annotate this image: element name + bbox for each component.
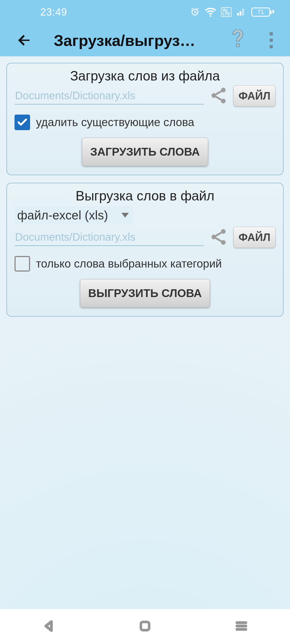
load-file-button[interactable]: ФАЙЛ	[233, 85, 276, 107]
charging-icon	[271, 8, 277, 17]
nav-home-button[interactable]	[139, 620, 151, 633]
more-vert-icon	[269, 32, 273, 48]
file-format-dropdown[interactable]: файл-excel (xls)	[15, 206, 133, 224]
delete-existing-row[interactable]: удалить существующие слова	[15, 115, 276, 130]
signal-icon	[236, 7, 247, 17]
svg-point-7	[212, 235, 216, 239]
load-path-input[interactable]	[15, 87, 204, 105]
only-selected-row[interactable]: только слова выбранных категорий	[15, 256, 276, 272]
only-selected-checkbox[interactable]	[15, 256, 30, 272]
menu-recents-icon	[235, 619, 248, 633]
app-bar: Загрузка/выгруз…	[0, 24, 290, 56]
unload-share-button[interactable]	[209, 228, 228, 247]
triangle-back-icon	[42, 619, 55, 633]
share-icon	[209, 86, 228, 105]
chevron-down-icon	[121, 213, 129, 218]
alarm-icon	[190, 7, 200, 17]
nav-recents-button[interactable]	[235, 619, 248, 634]
arrow-back-icon	[16, 32, 32, 48]
unload-words-button[interactable]: ВЫГРУЗИТЬ СЛОВА	[80, 279, 210, 308]
status-bar: 23:49 VoLTE 71	[0, 0, 290, 24]
load-card-title: Загрузка слов из файла	[15, 68, 276, 84]
load-share-button[interactable]	[209, 86, 228, 106]
svg-point-3	[221, 87, 226, 92]
svg-rect-2	[270, 45, 273, 48]
delete-existing-label: удалить существующие слова	[36, 116, 194, 129]
svg-point-6	[221, 229, 226, 234]
unload-file-button[interactable]: ФАЙЛ	[233, 227, 276, 248]
nav-back-button[interactable]	[42, 619, 55, 634]
unload-card-title: Выгрузка слов в файл	[15, 188, 276, 204]
system-nav-bar	[0, 609, 290, 644]
wifi-icon	[205, 6, 216, 18]
svg-rect-1	[270, 39, 273, 42]
svg-point-4	[212, 93, 216, 98]
load-words-button[interactable]: ЗАГРУЗИТЬ СЛОВА	[82, 138, 208, 166]
help-button[interactable]	[228, 30, 250, 51]
unload-path-input[interactable]	[15, 229, 204, 246]
battery-icon: 71	[251, 8, 277, 17]
svg-point-5	[221, 98, 226, 103]
load-card: Загрузка слов из файла ФАЙЛ удалить суще…	[6, 63, 284, 175]
help-icon	[232, 30, 246, 51]
overflow-menu-button[interactable]	[260, 30, 282, 51]
unload-file-row: ФАЙЛ	[15, 227, 276, 248]
status-time: 23:49	[40, 6, 67, 18]
unload-card: Выгрузка слов в файл файл-excel (xls) ФА…	[6, 183, 284, 317]
volte-icon: VoLTE	[221, 7, 231, 17]
svg-point-8	[221, 240, 226, 245]
status-icons: VoLTE 71	[190, 6, 277, 18]
load-file-row: ФАЙЛ	[15, 85, 276, 107]
file-format-selected: файл-excel (xls)	[17, 208, 108, 222]
back-button[interactable]	[13, 30, 35, 51]
svg-rect-9	[141, 622, 149, 630]
delete-existing-checkbox[interactable]	[15, 115, 30, 130]
content-area: Загрузка слов из файла ФАЙЛ удалить суще…	[0, 56, 290, 609]
only-selected-label: только слова выбранных категорий	[36, 257, 222, 270]
battery-level: 71	[258, 9, 264, 16]
svg-rect-0	[270, 32, 273, 35]
share-icon	[209, 228, 228, 246]
checkmark-icon	[17, 117, 28, 128]
page-title: Загрузка/выгруз…	[46, 31, 218, 49]
square-home-icon	[139, 620, 151, 632]
